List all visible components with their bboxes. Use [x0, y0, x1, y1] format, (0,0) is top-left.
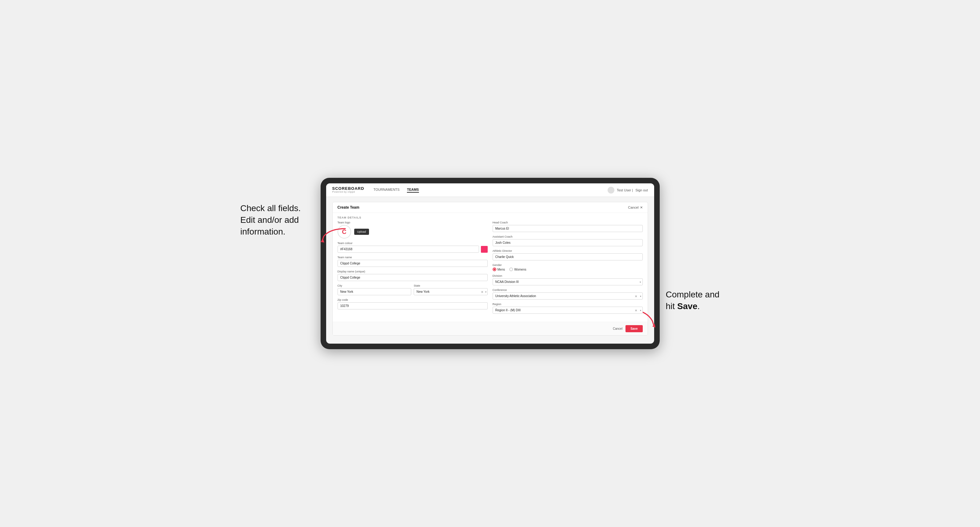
- team-logo-label: Team logo: [337, 221, 488, 224]
- region-field: Region Region II - (M) DIII Region I - (…: [493, 303, 643, 314]
- state-select[interactable]: New York California Texas: [414, 288, 488, 295]
- cancel-button[interactable]: Cancel: [613, 327, 622, 330]
- app-container: SCOREBOARD Powered by clippd TOURNAMENTS…: [326, 183, 654, 344]
- assistant-coach-input[interactable]: [493, 239, 643, 246]
- team-colour-field: Team colour: [337, 241, 488, 253]
- modal-header: Create Team Cancel ✕: [332, 202, 648, 213]
- display-name-field: Display name (unique): [337, 270, 488, 281]
- team-colour-label: Team colour: [337, 241, 488, 245]
- team-colour-input[interactable]: [337, 246, 479, 253]
- region-clear-button[interactable]: ✕: [635, 308, 637, 312]
- conference-label: Conference: [493, 289, 643, 292]
- state-clear-button[interactable]: ✕: [481, 290, 484, 294]
- city-input[interactable]: [337, 288, 412, 295]
- user-name: Test User |: [617, 188, 633, 192]
- logo-area: C Upload: [337, 225, 488, 238]
- head-coach-label: Head Coach: [493, 221, 643, 224]
- region-select[interactable]: Region II - (M) DIII Region I - (M) DIII: [493, 306, 643, 314]
- team-logo-field: Team logo C Upload: [337, 221, 488, 238]
- colour-swatch[interactable]: [481, 246, 488, 253]
- nav-right: Test User | Sign out: [608, 187, 648, 194]
- division-select[interactable]: NCAA Division III NCAA Division I NCAA D…: [493, 278, 643, 286]
- form-left-column: Team logo C Upload Team colo: [337, 221, 490, 317]
- page-content: Create Team Cancel ✕ TEAM DETAILS: [326, 197, 654, 341]
- region-label: Region: [493, 303, 643, 306]
- conference-select-wrapper: University Athletic Association Other Co…: [493, 292, 643, 300]
- nav-links: TOURNAMENTS TEAMS: [373, 188, 607, 193]
- cancel-close-button[interactable]: Cancel ✕: [628, 206, 643, 210]
- city-state-row: City State New York Californi: [337, 284, 488, 295]
- conference-select[interactable]: University Athletic Association Other Co…: [493, 292, 643, 300]
- team-name-field: Team name: [337, 256, 488, 267]
- display-name-label: Display name (unique): [337, 270, 488, 273]
- division-dropdown-wrapper: NCAA Division III NCAA Division I NCAA D…: [493, 278, 643, 286]
- brand-logo: SCOREBOARD Powered by clippd: [332, 186, 364, 194]
- create-team-card: Create Team Cancel ✕ TEAM DETAILS: [332, 202, 648, 336]
- gender-field: Gender Mens Womens: [493, 264, 643, 271]
- assistant-coach-field: Assistant Coach: [493, 235, 643, 246]
- brand-name: SCOREBOARD: [332, 186, 364, 191]
- athletic-director-input[interactable]: [493, 253, 643, 260]
- state-label: State: [414, 284, 488, 287]
- division-field: Division NCAA Division III NCAA Division…: [493, 274, 643, 286]
- brand-sub: Powered by clippd: [332, 191, 364, 194]
- annotation-left: Check all fields. Edit and/or add inform…: [240, 203, 315, 237]
- gender-womens-option[interactable]: Womens: [509, 268, 526, 271]
- city-group: City: [337, 284, 412, 295]
- gender-womens-radio[interactable]: [509, 268, 513, 271]
- head-coach-field: Head Coach: [493, 221, 643, 232]
- conference-field: Conference University Athletic Associati…: [493, 289, 643, 300]
- gender-radio-group: Mens Womens: [493, 268, 643, 271]
- sign-out-link[interactable]: Sign out: [635, 188, 648, 192]
- state-group: State New York California Texas ✕: [414, 284, 488, 295]
- nav-tournaments[interactable]: TOURNAMENTS: [373, 188, 399, 193]
- annotation-right: Complete and hit Save.: [666, 289, 746, 312]
- display-name-input[interactable]: [337, 274, 488, 281]
- division-label: Division: [493, 274, 643, 277]
- state-select-wrapper: New York California Texas ✕ ▾: [414, 288, 488, 295]
- modal-footer: Cancel Save: [332, 322, 648, 335]
- modal-title: Create Team: [337, 205, 360, 210]
- team-name-label: Team name: [337, 256, 488, 259]
- athletic-director-label: Athletic Director: [493, 249, 643, 252]
- arrow-left-icon: [321, 227, 348, 244]
- city-state-field: City State New York Californi: [337, 284, 488, 295]
- team-name-input[interactable]: [337, 260, 488, 267]
- tablet-frame: SCOREBOARD Powered by clippd TOURNAMENTS…: [321, 178, 660, 349]
- nav-teams[interactable]: TEAMS: [407, 188, 419, 193]
- gender-label: Gender: [493, 264, 643, 267]
- zip-code-field: Zip code: [337, 298, 488, 310]
- form-body: Team logo C Upload Team colo: [332, 221, 648, 322]
- athletic-director-field: Athletic Director: [493, 249, 643, 260]
- city-label: City: [337, 284, 412, 287]
- section-label: TEAM DETAILS: [332, 213, 648, 221]
- form-right-column: Head Coach Assistant Coach Athletic Dire…: [490, 221, 643, 317]
- conference-clear-button[interactable]: ✕: [635, 294, 637, 298]
- gender-mens-option[interactable]: Mens: [493, 268, 505, 271]
- upload-button[interactable]: Upload: [354, 229, 369, 235]
- assistant-coach-label: Assistant Coach: [493, 235, 643, 238]
- zip-code-label: Zip code: [337, 298, 488, 302]
- zip-code-input[interactable]: [337, 302, 488, 310]
- colour-row: [337, 246, 488, 253]
- region-select-wrapper: Region II - (M) DIII Region I - (M) DIII…: [493, 306, 643, 314]
- gender-mens-radio[interactable]: [493, 268, 496, 271]
- head-coach-input[interactable]: [493, 225, 643, 232]
- navbar: SCOREBOARD Powered by clippd TOURNAMENTS…: [326, 183, 654, 197]
- user-avatar: [608, 187, 614, 194]
